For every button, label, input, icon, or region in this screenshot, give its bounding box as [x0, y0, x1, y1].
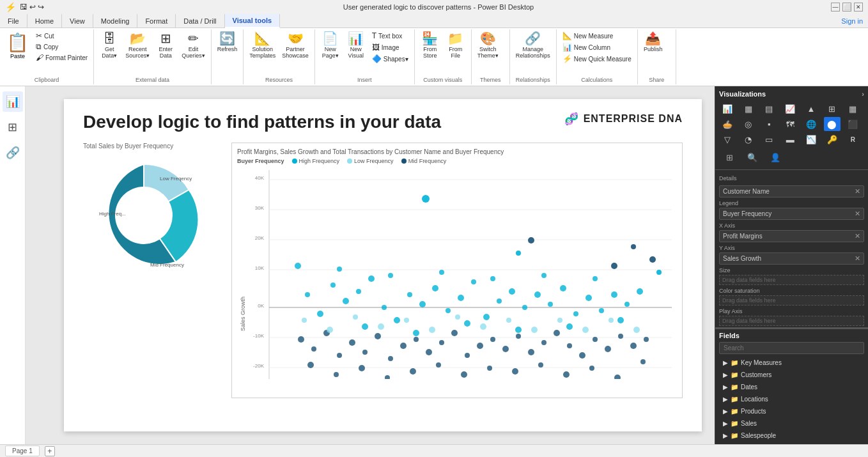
size-drop-zone[interactable]: Drag data fields here — [719, 275, 864, 285]
data-view-icon[interactable]: ⊞ — [3, 117, 23, 137]
new-quick-measure-button[interactable]: ⚡New Quick Measure — [561, 54, 633, 64]
text-box-button[interactable]: TText box — [370, 31, 410, 41]
tab-format[interactable]: Format — [137, 14, 176, 27]
tab-file[interactable]: File — [0, 14, 27, 27]
svg-point-59 — [637, 288, 643, 295]
buyer-frequency-remove[interactable]: ✕ — [855, 210, 860, 218]
tab-modeling[interactable]: Modeling — [93, 14, 138, 27]
sales-group[interactable]: ▶📁Sales — [719, 417, 864, 430]
tab-data-drill[interactable]: Data / Drill — [176, 14, 224, 27]
color-drop-zone[interactable]: Drag data fields here — [719, 295, 864, 306]
customer-name-remove[interactable]: ✕ — [855, 187, 860, 196]
fields-search[interactable] — [719, 342, 864, 354]
viz-slicer[interactable]: 🔑 — [824, 132, 841, 146]
viz-map[interactable]: 🗺 — [782, 117, 798, 131]
viz-expand-icon[interactable]: › — [862, 90, 864, 98]
maximize-button[interactable]: ⬜ — [842, 3, 851, 12]
svg-point-102 — [359, 365, 365, 371]
tab-home[interactable]: Home — [27, 14, 62, 27]
shapes-button[interactable]: 🔷Shapes▾ — [370, 54, 410, 64]
viz-line-chart[interactable]: 📈 — [782, 102, 798, 116]
new-column-button[interactable]: 📊New Column — [561, 42, 633, 52]
image-button[interactable]: 🖼Image — [370, 42, 410, 52]
viz-gauge[interactable]: ◔ — [740, 132, 757, 146]
buyer-frequency-field: Buyer Frequency ✕ — [719, 208, 864, 220]
new-visual-button[interactable]: 📊NewVisual — [345, 31, 368, 60]
salespeople-group[interactable]: ▶📁Salespeople — [719, 430, 864, 442]
paste-button[interactable]: 📋 Paste — [4, 31, 31, 63]
insert-label: Insert — [319, 75, 410, 83]
publish-button[interactable]: 📤Publish — [642, 31, 665, 54]
from-file-button[interactable]: 📁FromFile — [444, 31, 467, 60]
close-button[interactable]: ✕ — [854, 3, 863, 12]
get-data-button[interactable]: 🗄GetData▾ — [98, 31, 121, 60]
viz-filled-map[interactable]: 🌐 — [803, 117, 819, 131]
ribbon-group-themes: 🎨SwitchTheme▾ Themes — [472, 29, 510, 84]
tab-view[interactable]: View — [62, 14, 93, 27]
play-axis-drop-zone[interactable]: Drag data fields here — [719, 316, 864, 326]
share-label: Share — [642, 75, 672, 83]
svg-point-62 — [388, 273, 393, 278]
signin-link[interactable]: Sign in — [841, 17, 863, 25]
add-page-button[interactable]: + — [45, 446, 55, 456]
dates-group[interactable]: ▶📁Dates — [719, 381, 864, 393]
solution-templates-button[interactable]: 📐SolutionTemplates — [247, 31, 277, 60]
viz-pie[interactable]: 🥧 — [719, 117, 736, 131]
viz-waterfall[interactable]: ⬛ — [844, 117, 861, 131]
enter-data-button[interactable]: ⊞EnterData — [154, 31, 177, 60]
viz-bar-chart[interactable]: 📊 — [719, 102, 736, 116]
viz-multi-row-card[interactable]: ▬ — [782, 132, 798, 146]
viz-funnel[interactable]: ▽ — [719, 132, 736, 146]
viz-stacked-bar[interactable]: ▦ — [740, 102, 757, 116]
edit-queries-button[interactable]: ✏EditQueries▾ — [180, 31, 207, 60]
profit-margins-remove[interactable]: ✕ — [855, 232, 860, 240]
minimize-button[interactable]: — — [831, 3, 840, 12]
recent-sources-button[interactable]: 📂RecentSources▾ — [123, 31, 151, 60]
viz-clustered-bar[interactable]: ▤ — [761, 102, 777, 116]
refresh-button[interactable]: 🔄Refresh — [215, 31, 240, 54]
products-group[interactable]: ▶📁Products — [719, 405, 864, 417]
viz-treemap[interactable]: ▪ — [761, 117, 777, 131]
page-1-tab[interactable]: Page 1 — [5, 445, 40, 456]
sales-growth-remove[interactable]: ✕ — [855, 254, 860, 263]
viz-custom-r[interactable]: R — [844, 132, 861, 146]
quick-access-save[interactable]: 🖫 — [20, 3, 27, 12]
viz-fields-icon[interactable]: ⊞ — [719, 149, 740, 166]
themes-label: Themes — [476, 75, 506, 83]
new-page-button[interactable]: 📄NewPage▾ — [319, 31, 342, 60]
viz-analytics-icon[interactable]: 👤 — [765, 149, 786, 166]
report-view-icon[interactable]: 📊 — [3, 91, 23, 112]
format-painter-button[interactable]: 🖌Format Painter — [34, 52, 89, 63]
locations-group[interactable]: ▶📁Locations — [719, 393, 864, 405]
cut-button[interactable]: ✂Cut — [34, 31, 89, 41]
viz-filter-icon[interactable]: 🔍 — [742, 149, 763, 166]
svg-point-126 — [608, 318, 614, 323]
manage-relationships-button[interactable]: 🔗ManageRelationships — [514, 31, 552, 60]
from-store-button[interactable]: 🏪FromStore — [419, 31, 442, 60]
svg-point-120 — [455, 314, 460, 320]
svg-point-104 — [410, 368, 416, 375]
switch-theme-button[interactable]: 🎨SwitchTheme▾ — [476, 31, 500, 60]
new-measure-button[interactable]: 📐New Measure — [561, 31, 633, 41]
partner-showcase-button[interactable]: 🤝PartnerShowcase — [280, 31, 311, 60]
donut-chart-title: Total Sales by Buyer Frequency — [83, 143, 224, 150]
viz-table[interactable]: ⊞ — [824, 102, 841, 116]
viz-donut[interactable]: ◎ — [740, 117, 757, 131]
tab-visual-tools[interactable]: Visual tools — [225, 14, 281, 28]
app-icon: ⚡ — [5, 2, 16, 12]
quick-access-undo[interactable]: ↩ — [29, 3, 36, 12]
viz-kpi[interactable]: 📉 — [803, 132, 819, 146]
viz-matrix[interactable]: ▦ — [844, 102, 861, 116]
model-view-icon[interactable]: 🔗 — [3, 143, 23, 163]
viz-card[interactable]: ▭ — [761, 132, 777, 146]
ribbon-group-clipboard: 📋 Paste ✂Cut ⧉Copy 🖌Format Painter Clipb… — [0, 29, 94, 84]
viz-area-chart[interactable]: ▲ — [803, 102, 819, 116]
quick-access-redo[interactable]: ↪ — [38, 3, 44, 12]
viz-scatter[interactable]: ⬤ — [824, 117, 841, 131]
customers-group[interactable]: ▶📁Customers — [719, 369, 864, 381]
copy-button[interactable]: ⧉Copy — [34, 42, 89, 52]
svg-point-73 — [311, 346, 316, 352]
svg-point-68 — [541, 273, 546, 278]
key-measures-group[interactable]: ▶📁Key Measures — [719, 357, 864, 369]
calculations-label: Calculations — [561, 75, 633, 83]
